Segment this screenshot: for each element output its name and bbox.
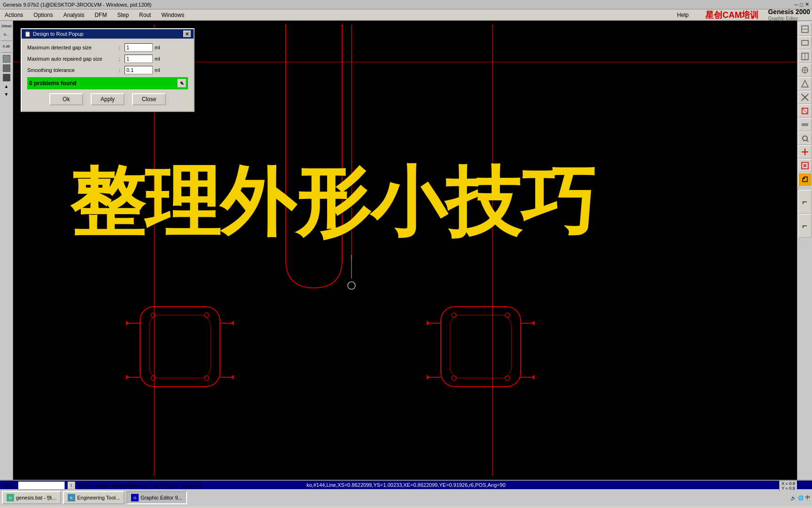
taskbar-item-3[interactable]: G Graphic Editor 9... (126, 491, 187, 504)
sidebar-arrow-up[interactable]: ▲ (4, 84, 9, 89)
dialog-body: Maximum detected gap size : ml Maximum a… (22, 39, 194, 111)
minimize-btn[interactable]: ─ (795, 2, 798, 8)
sidebar-item-2[interactable]: 0.d6 (1, 43, 12, 50)
menu-actions[interactable]: Actions (2, 11, 26, 19)
menu-help[interactable]: Help (674, 11, 692, 19)
close-btn-title[interactable]: ✕ (805, 1, 809, 8)
toolbar-shape-1[interactable]: ⌐ (798, 190, 812, 214)
toolbar-btn-9[interactable] (798, 132, 812, 145)
taskbar-label-3: Graphic Editor 9... (141, 495, 182, 500)
svg-point-33 (204, 376, 209, 381)
svg-marker-38 (126, 321, 130, 325)
dialog-status-bar: 0 problems found ✎ (27, 77, 188, 89)
menu-rout[interactable]: Rout (136, 11, 154, 19)
system-tray: 🔊 🌐 中 (790, 494, 810, 501)
toolbar-shape-2[interactable]: ⌐ (798, 214, 812, 238)
toolbar-btn-11[interactable] (798, 159, 812, 172)
maximize-btn[interactable]: □ (800, 2, 803, 8)
sidebar-color-1[interactable] (3, 55, 10, 63)
menu-analysis[interactable]: Analysis (61, 11, 87, 19)
dialog-design-to-rout: 📋 Design to Rout Popup ✕ Maximum detecte… (21, 28, 195, 112)
dialog-ok-button[interactable]: Ok (49, 93, 83, 105)
field-input-2[interactable] (125, 55, 153, 63)
sidebar-item-1[interactable]: 0... (1, 31, 12, 39)
menu-dfm[interactable]: DFM (92, 11, 109, 19)
field-row-3: Smoothing tolerance : ml (27, 66, 188, 74)
svg-marker-52 (427, 321, 430, 325)
toolbar-btn-active[interactable] (798, 173, 812, 186)
svg-line-15 (807, 140, 808, 142)
canvas-content: 整理外形小技巧 📋 Design to Rout Popup ✕ Maximum… (13, 21, 797, 480)
dialog-close-button[interactable]: ✕ (183, 31, 191, 37)
toolbar-btn-5[interactable] (798, 77, 812, 90)
taskbar-item-1[interactable]: G genesis.bat - 快... (2, 491, 61, 504)
dialog-buttons: Ok Apply Close (27, 93, 188, 105)
taskbar-label-1: genesis.bat - 快... (16, 494, 56, 501)
field-row-1: Maximum detected gap size : ml (27, 43, 188, 52)
menu-bar: Actions Options Analysis DFM Step Rout W… (0, 9, 812, 21)
svg-point-14 (803, 136, 807, 141)
svg-point-45 (505, 313, 510, 318)
toolbar-btn-3[interactable] (798, 50, 812, 63)
dim-info-icon[interactable]: i (68, 482, 75, 489)
brand-logo: 星创CAM培训 (705, 9, 758, 21)
svg-rect-2 (802, 40, 808, 45)
field-label-3: Smoothing tolerance (27, 67, 119, 73)
menu-options[interactable]: Options (31, 11, 55, 19)
dialog-title-bar[interactable]: 📋 Design to Rout Popup ✕ (22, 29, 194, 39)
tray-icon-2: 🌐 (798, 495, 804, 500)
coord-y: Y = 0.9 (781, 486, 795, 491)
sidebar-arrow-down[interactable]: ▼ (4, 92, 9, 97)
canvas-area[interactable]: 整理外形小技巧 📋 Design to Rout Popup ✕ Maximum… (13, 21, 797, 480)
svg-marker-8 (802, 80, 808, 87)
svg-point-26 (348, 282, 355, 289)
bottom-bar: ko,#144,Line,XS=0.8622099,YS=1.00233,XE=… (0, 480, 812, 508)
coord-x: X = 0.8 (781, 481, 795, 486)
dim-input[interactable] (18, 481, 65, 490)
field-input-3[interactable] (125, 66, 153, 74)
field-unit-1: ml (155, 45, 160, 50)
left-sidebar: 296a0 0... 0.d6 ▲ ▼ (0, 21, 13, 480)
toolbar-btn-1[interactable] (798, 23, 812, 36)
svg-point-30 (151, 313, 156, 318)
menu-windows[interactable]: Windows (158, 11, 187, 19)
toolbar-btn-10[interactable] (798, 145, 812, 159)
sidebar-color-2[interactable] (3, 64, 10, 72)
dialog-title-text: Design to Rout Popup (33, 31, 84, 37)
svg-point-44 (452, 313, 456, 318)
taskbar-label-2: Engineering Tool... (77, 495, 120, 500)
sidebar-color-3[interactable] (3, 74, 10, 81)
toolbar-btn-2[interactable] (798, 36, 812, 49)
dim-area: Dim : i <M1> - Select stretch distance ;… (0, 480, 204, 491)
status-line-text: ko,#144,Line,XS=0.8622099,YS=1.00233,XE=… (306, 482, 506, 488)
dialog-status-text: 0 problems found (29, 80, 77, 87)
taskbar-icon-3: G (131, 494, 139, 501)
taskbar-item-2[interactable]: E Engineering Tool... (63, 491, 125, 504)
field-unit-3: ml (155, 67, 160, 73)
svg-line-12 (802, 108, 808, 114)
taskbar-icon-1: G (7, 494, 14, 501)
dialog-apply-button[interactable]: Apply (91, 93, 125, 105)
field-input-1[interactable] (125, 43, 153, 52)
tray-icon-1: 🔊 (790, 495, 796, 500)
field-label-2: Maximum auto repaired gap size (27, 56, 119, 62)
svg-point-31 (204, 313, 209, 318)
field-label-1: Maximum detected gap size (27, 45, 119, 50)
taskbar-icon-2: E (68, 494, 75, 501)
toolbar-btn-4[interactable] (798, 64, 812, 77)
taskbar: G genesis.bat - 快... E Engineering Tool.… (0, 489, 812, 506)
toolbar-btn-6[interactable] (798, 91, 812, 104)
field-unit-2: ml (155, 56, 160, 62)
dim-help-text: <M1> - Select stretch distance ; <M1><M1… (78, 483, 202, 488)
svg-marker-53 (427, 375, 430, 380)
dim-label: Dim : (3, 483, 15, 488)
title-bar: Genesis 9.07b2 (1@DESKTOP-3ROOLVM - Wind… (0, 0, 812, 9)
dialog-status-icon[interactable]: ✎ (178, 79, 186, 87)
toolbar-btn-8[interactable] (798, 118, 812, 131)
svg-point-47 (505, 376, 510, 381)
menu-step[interactable]: Step (114, 11, 132, 19)
svg-point-46 (452, 376, 456, 381)
dialog-close-button[interactable]: Close (132, 93, 166, 105)
tray-time: 中 (805, 494, 810, 501)
toolbar-btn-7[interactable] (798, 104, 812, 118)
